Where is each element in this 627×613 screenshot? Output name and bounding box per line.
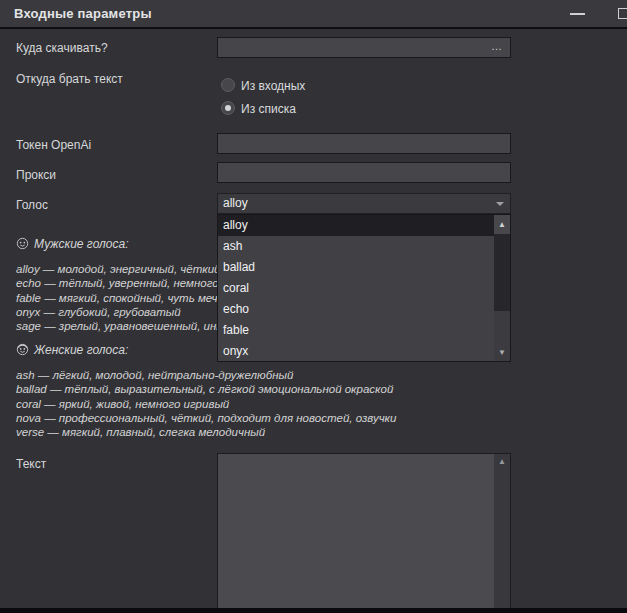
proxy-input[interactable]: [217, 162, 511, 183]
maximize-button[interactable]: [612, 0, 627, 27]
male-voices-title: Мужские голоса:: [34, 237, 129, 251]
proxy-label: Прокси: [16, 168, 56, 182]
text-source-label: Откуда брать текст: [16, 72, 123, 86]
text-area-container: ▲: [217, 453, 511, 613]
openai-token-input[interactable]: [217, 133, 511, 154]
maximize-icon: [618, 8, 627, 19]
female-voice-line: verse — мягкий, плавный, слегка мелодичн…: [16, 425, 396, 439]
voice-option-ballad[interactable]: ballad: [218, 257, 494, 278]
minimize-button[interactable]: [558, 0, 596, 27]
voice-option-onyx[interactable]: onyx: [218, 341, 494, 362]
female-voices-header: Женские голоса:: [16, 343, 128, 357]
chevron-down-icon: [496, 202, 504, 206]
female-voice-line: ash — лёгкий, молодой, нейтрально-дружел…: [16, 368, 396, 382]
window-bottom-edge: [0, 608, 627, 613]
voice-option-echo[interactable]: echo: [218, 299, 494, 320]
scroll-up-button[interactable]: ▲: [494, 215, 510, 234]
voice-option-coral[interactable]: coral: [218, 278, 494, 299]
openai-token-label: Токен OpenAi: [16, 138, 91, 152]
female-voice-line: nova — профессиональный, чёткий, подходи…: [16, 411, 396, 425]
radio-option-from-list[interactable]: [221, 101, 235, 115]
female-voice-line: coral — яркий, живой, немного игривый: [16, 397, 396, 411]
titlebar[interactable]: Входные параметры: [0, 0, 627, 29]
male-voices-header: Мужские голоса:: [16, 237, 129, 251]
voice-combobox-value: alloy: [223, 196, 248, 210]
female-voice-line: ballad — тёплый, выразительный, с лёгкой…: [16, 382, 396, 396]
voice-combobox[interactable]: alloy: [217, 193, 511, 214]
download-path-label: Куда скачивать?: [16, 41, 108, 55]
scroll-up-icon: ▲: [494, 457, 510, 466]
minimize-icon: [570, 13, 585, 15]
browse-button[interactable]: …: [485, 38, 509, 57]
female-voices-title: Женские голоса:: [34, 343, 128, 357]
radio-label-from-input[interactable]: Из входных: [241, 79, 305, 93]
radio-label-from-list[interactable]: Из списка: [241, 102, 296, 116]
radio-option-from-input[interactable]: [221, 78, 235, 92]
voice-dropdown-list: alloy ash ballad coral echo fable onyx ▲…: [217, 214, 511, 362]
text-label: Текст: [16, 457, 46, 471]
voice-option-fable[interactable]: fable: [218, 320, 494, 341]
download-path-input[interactable]: [217, 37, 511, 58]
input-parameters-dialog: Входные параметры Куда скачивать? … Отку…: [0, 0, 627, 613]
female-voices-list: ash — лёгкий, молодой, нейтрально-дружел…: [16, 368, 396, 439]
man-face-emoji-icon: [16, 237, 29, 250]
text-area-scrollbar[interactable]: ▲: [494, 454, 510, 612]
voice-option-ash[interactable]: ash: [218, 236, 494, 257]
scrollbar-thumb[interactable]: [494, 234, 510, 311]
dropdown-scrollbar[interactable]: ▲ ▼: [494, 215, 510, 361]
voice-label: Голос: [16, 198, 48, 212]
voice-option-alloy[interactable]: alloy: [218, 215, 494, 236]
scroll-down-button[interactable]: ▼: [494, 346, 510, 360]
text-area-input[interactable]: [218, 454, 494, 612]
woman-face-emoji-icon: [16, 343, 29, 356]
window-title: Входные параметры: [14, 6, 152, 21]
